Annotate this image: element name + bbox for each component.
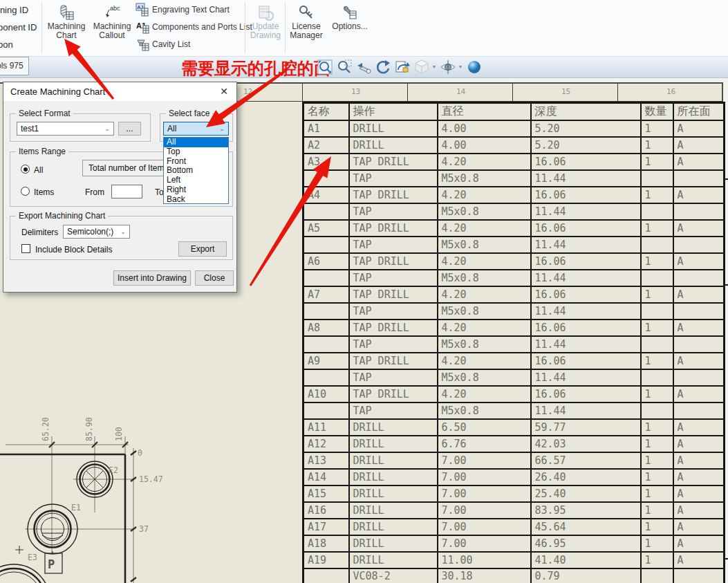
delimiters-combobox[interactable]: Semicolon(;)⌄ <box>63 225 130 239</box>
license-manager-button[interactable]: License Manager <box>288 1 325 54</box>
table-cell: 6.50 <box>438 419 531 436</box>
radio-all[interactable] <box>21 165 30 174</box>
components-and-ports-list-button[interactable]: A1 Components and Ports List <box>136 20 252 37</box>
display-style-icon[interactable] <box>413 59 430 75</box>
drawing-label: P <box>48 557 55 571</box>
options-button[interactable]: Options... <box>330 1 369 54</box>
table-cell: A13 <box>304 452 349 469</box>
machining-callout-icon: abc <box>104 4 120 21</box>
hide-show-items-icon[interactable] <box>440 59 456 75</box>
table-cell: 41.40 <box>531 552 641 568</box>
table-cell: 11.44 <box>531 303 641 320</box>
zone-label: 16 <box>666 87 675 96</box>
dialog-titlebar[interactable]: Create Machining Chart ✕ <box>3 82 236 101</box>
drawing-label: 15.47 <box>139 474 163 484</box>
zone-label: 12 <box>243 87 252 96</box>
table-cell: DRILL <box>349 120 438 137</box>
insert-into-drawing-button[interactable]: Insert into Drawing <box>113 270 191 286</box>
zoom-previous-icon[interactable] <box>355 59 372 75</box>
table-cell: TAP <box>349 369 438 386</box>
update-drawing-button[interactable]: Update Drawing <box>248 1 283 54</box>
table-cell: 42.03 <box>531 436 641 452</box>
table-cell: 16.06 <box>531 154 641 170</box>
ribbon-separator <box>245 2 245 53</box>
rotate-view-icon[interactable] <box>375 59 391 75</box>
zoom-to-fit-icon[interactable] <box>317 59 333 75</box>
from-input[interactable] <box>111 185 142 198</box>
table-cell <box>641 303 673 320</box>
table-header-cell: 数量 <box>641 103 673 120</box>
table-cell: 1 <box>641 353 673 369</box>
components-list-icon: A1 <box>136 20 149 34</box>
table-cell: 1 <box>641 220 673 237</box>
face-option-front[interactable]: Front <box>164 157 228 167</box>
face-combobox[interactable]: All⌄ <box>163 122 229 136</box>
table-cell: 16.06 <box>531 187 641 203</box>
table-cell: A3 <box>304 154 349 170</box>
export-button[interactable]: Export <box>178 241 227 257</box>
chevron-down-icon: ⌄ <box>118 226 129 237</box>
table-row: A1DRILL4.005.201A <box>304 120 725 137</box>
hide-show-caret-icon[interactable]: ▾ <box>459 59 465 75</box>
table-cell: TAP DRILL <box>349 154 438 170</box>
table-cell: 5.20 <box>531 120 641 137</box>
drawing-label: 100 <box>114 427 124 441</box>
table-cell: DRILL <box>349 419 438 436</box>
face-option-back[interactable]: Back <box>164 195 228 205</box>
table-header-row: 名称操作直径深度数量所在面 <box>304 103 725 120</box>
table-row: A11DRILL6.5059.771A <box>304 419 725 436</box>
3d-drawing-view-icon[interactable] <box>394 59 411 75</box>
close-button[interactable]: Close <box>195 270 234 286</box>
flyout-item-machining-id[interactable]: ining ID <box>0 5 28 15</box>
table-cell: 16.06 <box>531 386 641 402</box>
table-cell: M5x0.8 <box>438 203 531 220</box>
ribbon-separator <box>41 2 42 53</box>
engraving-text-chart-button[interactable]: A1 Engraving Text Chart <box>136 3 230 19</box>
license-key-icon <box>298 4 315 21</box>
include-block-details-checkbox[interactable] <box>21 244 30 253</box>
display-style-caret-icon[interactable]: ▾ <box>433 59 438 75</box>
table-cell: A <box>673 253 725 270</box>
face-option-top[interactable]: Top <box>164 147 228 157</box>
machining-callout-button[interactable]: abc Machining Callout <box>90 1 134 54</box>
radio-all-label: All <box>34 165 43 175</box>
cavity-list-button[interactable]: Cavity List <box>136 37 190 54</box>
drawing-label: E3 <box>28 553 37 562</box>
table-row: A9TAP DRILL4.2016.061A <box>304 353 725 369</box>
flyout-item-component-id[interactable]: ponent ID <box>0 22 37 33</box>
table-row: A5TAP DRILL4.2016.061A <box>304 220 725 237</box>
shaded-sphere-icon[interactable] <box>466 59 483 75</box>
face-option-all[interactable]: All <box>164 138 228 147</box>
face-option-bottom[interactable]: Bottom <box>164 166 228 176</box>
drawing-label: E2 <box>109 465 118 475</box>
table-cell: 66.57 <box>531 452 641 469</box>
table-header-cell: 直径 <box>438 103 531 120</box>
table-cell: A11 <box>304 419 349 436</box>
close-icon[interactable]: ✕ <box>217 85 231 98</box>
table-cell: A <box>673 419 725 436</box>
table-cell <box>304 270 349 286</box>
table-cell: A19 <box>304 552 349 568</box>
table-cell: 6.76 <box>438 436 531 452</box>
table-cell: A15 <box>304 485 349 502</box>
face-option-left[interactable]: Left <box>164 176 228 185</box>
table-row: TAPM5x0.811.44 <box>304 270 725 286</box>
table-cell: 16.06 <box>531 320 641 336</box>
browse-format-button[interactable]: ... <box>118 122 141 136</box>
annotation-text: 需要显示的孔腔的面 <box>181 57 330 80</box>
table-header-cell: 深度 <box>531 103 641 120</box>
flyout-item-balloon[interactable]: oon <box>0 39 13 50</box>
drawing-label: 0 <box>138 448 142 458</box>
zoom-to-area-icon[interactable] <box>336 59 353 75</box>
document-tab[interactable]: ols 975 <box>0 57 29 75</box>
table-cell <box>304 336 349 353</box>
table-cell: 1 <box>641 137 673 154</box>
table-cell: A <box>673 519 725 535</box>
chevron-down-icon: ⌄ <box>102 123 113 134</box>
face-option-right[interactable]: Right <box>164 185 228 195</box>
format-combobox[interactable]: test1⌄ <box>17 122 114 136</box>
radio-items[interactable] <box>21 187 30 196</box>
machining-chart-button[interactable]: Machining Chart <box>44 1 88 54</box>
radio-items-label: Items <box>34 187 54 197</box>
table-cell: A <box>673 137 725 154</box>
